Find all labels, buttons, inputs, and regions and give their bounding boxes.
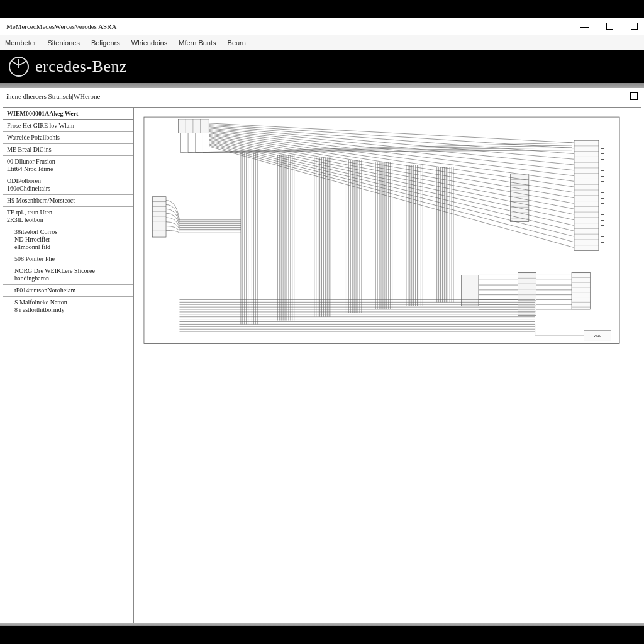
svg-line-42 [209,136,574,203]
sidebar-item-10[interactable]: tP014tentsonNoroheiam [3,285,133,297]
svg-line-28 [209,128,574,165]
svg-text:—: — [601,147,604,150]
sidebar-item-8[interactable]: 508 Poniter Phe [3,253,133,265]
svg-text:—: — [601,164,604,167]
svg-text:—: — [601,169,604,172]
wiring-diagram: W10 ———————————————————— [143,113,621,364]
svg-line-165 [196,148,572,153]
maximize-button[interactable] [606,23,613,30]
menu-item-0[interactable]: Membeter [5,39,36,47]
breadcrumb: ihene dhercers Stransch|WHerone [6,92,100,100]
titlebar: MeMercecMedesWercesVercdes ASRA — [0,18,644,35]
svg-line-32 [209,131,574,176]
svg-rect-16 [572,273,590,309]
sidebar-item-6[interactable]: TE tpl., teun Uten 2R3lL leotbon [3,207,133,226]
menu-item-5[interactable]: Beurn [228,39,246,47]
svg-rect-9 [179,119,209,133]
menu-item-3[interactable]: Wlriendoins [131,39,167,47]
svg-text:—: — [601,219,604,222]
svg-rect-17 [462,275,479,306]
content-area: WIEM000001AAkeg Wert Frose Het GIRE lov … [3,107,641,624]
menu-item-4[interactable]: Mfern Bunts [179,39,216,47]
svg-text:—: — [601,202,604,205]
bottom-shadow [0,623,644,626]
menubar: Membeter Siteniones Beligenrs Wlriendoin… [0,35,644,50]
svg-text:W10: W10 [594,334,602,338]
svg-text:—: — [601,175,604,178]
sidebar-header: WIEM000001AAkeg Wert [3,108,133,120]
sidebar-item-0[interactable]: Frose Het GIRE lov Wlam [3,120,133,132]
svg-text:—: — [601,241,604,244]
diagram-pane[interactable]: W10 ———————————————————— [134,108,641,623]
sidebar-item-1[interactable]: Watreide Pofallbohis [3,132,133,144]
brand-logo-icon [9,57,29,77]
window-title: MeMercecMedesWercesVercdes ASRA [6,23,116,30]
svg-text:—: — [601,230,604,233]
sidebar: WIEM000001AAkeg Wert Frose Het GIRE lov … [3,108,134,623]
brand-bar: ercedes-Benz [0,50,644,83]
panel-toggle-button[interactable] [630,92,638,100]
svg-rect-15 [518,273,536,316]
close-button[interactable] [631,23,638,30]
divider [0,83,644,88]
svg-text:—: — [601,197,604,200]
window-controls: — [580,22,638,31]
svg-rect-14 [511,174,529,222]
brand-text: ercedes-Benz [35,57,127,76]
svg-text:—: — [601,142,604,145]
svg-text:—: — [601,186,604,189]
menu-item-2[interactable]: Beligenrs [91,39,120,47]
svg-text:—: — [601,158,604,161]
menu-item-1[interactable]: Siteniones [48,39,80,47]
svg-text:—: — [601,208,604,211]
sidebar-item-11[interactable]: S Malfolneke Natton 8 i estlorthitbormdy [3,297,133,316]
minimize-button[interactable]: — [580,22,589,31]
sidebar-item-3[interactable]: 00 Dllunor Frusion Ltit64 Nrod Idime [3,156,133,175]
sidebar-item-9[interactable]: NORG Dre WEIKLere Slicoree bandingbaron [3,265,133,285]
svg-text:—: — [601,235,604,238]
svg-text:—: — [601,191,604,194]
sidebar-item-7[interactable]: 38iteelorl Corros ND Hrrocifier ellmoonn… [3,226,133,253]
svg-text:—: — [601,213,604,216]
sidebar-item-5[interactable]: H9 Mosenhbern/Morsteoct [3,195,133,207]
sidebar-item-4[interactable]: ODIPolboren 160oChdineltairs [3,175,133,195]
sidebar-item-2[interactable]: ME Breal DiGins [3,144,133,156]
svg-text:—: — [601,180,604,183]
breadcrumb-bar: ihene dhercers Stransch|WHerone [0,88,644,104]
svg-text:—: — [601,224,604,227]
app-window: MeMercecMedesWercesVercdes ASRA — Membet… [0,18,644,626]
svg-line-30 [209,130,574,170]
svg-text:—: — [601,152,604,155]
svg-rect-0 [144,117,619,344]
svg-text:—: — [601,247,604,250]
